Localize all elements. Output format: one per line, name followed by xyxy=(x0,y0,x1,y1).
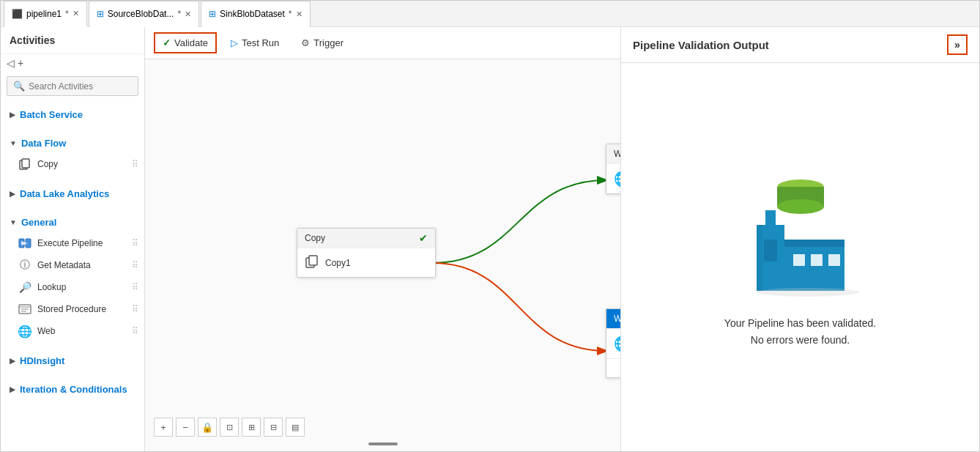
search-icon: 🔍 xyxy=(13,81,25,92)
arrow-down-icon-data-flow: ▼ xyxy=(10,139,17,147)
drag-handle-lookup[interactable]: ⠿ xyxy=(132,282,138,292)
copy1-sublabel: Copy1 xyxy=(325,258,351,268)
sidebar-item-general[interactable]: ▼ General xyxy=(1,212,144,232)
sidebar-item-data-flow[interactable]: ▼ Data Flow xyxy=(1,133,144,153)
sidebar-label-get-metadata: Get Metadata xyxy=(37,260,91,270)
pipeline-canvas[interactable]: Copy ✔ Copy1 Web xyxy=(145,59,620,451)
grid-button[interactable]: ⊟ xyxy=(264,418,283,437)
zoom-out-button[interactable]: − xyxy=(176,418,195,437)
lookup-icon: 🔎 xyxy=(18,281,31,294)
tab-modified-pipeline1: * xyxy=(65,9,69,19)
web-success-node[interactable]: Web ✔ 🌐 SendSuccessEmailActi... xyxy=(606,144,620,194)
svg-rect-17 xyxy=(811,254,823,266)
validate-button[interactable]: ✓ Validate xyxy=(154,32,217,53)
svg-rect-20 xyxy=(765,210,776,226)
collapse-icon[interactable]: ◁ xyxy=(7,57,15,69)
sidebar-item-data-lake-analytics[interactable]: ▶ Data Lake Analytics xyxy=(1,184,144,204)
web-failure-node[interactable]: Web ✔ 🌐 SendFailureEmailActiv... 🗑 ⧉ ➕⭕ xyxy=(606,308,620,378)
sidebar-item-execute-pipeline[interactable]: Execute Pipeline ⠿ xyxy=(1,232,144,254)
reset-view-button[interactable]: ⊞ xyxy=(242,418,261,437)
sidebar: Activities ◁ + 🔍 ▶ Batch Service ▼ xyxy=(1,27,145,451)
copy-activity-icon xyxy=(18,158,31,171)
tab-sourceblobdat[interactable]: ⊞ SourceBlobDat... * ✕ xyxy=(89,1,199,27)
tab-modified-sinkblobdataset: * xyxy=(289,9,292,19)
svg-rect-15 xyxy=(784,240,844,247)
validation-message-line1: Your Pipeline has been validated. xyxy=(724,315,876,331)
web-activity-icon: 🌐 xyxy=(18,325,31,338)
copy1-icon xyxy=(305,254,319,271)
sidebar-label-web: Web xyxy=(37,326,55,336)
add-icon[interactable]: + xyxy=(18,57,23,69)
sidebar-label-iteration-conditionals: Iteration & Conditionals xyxy=(20,384,127,395)
collapse-panel-button[interactable]: » xyxy=(947,34,968,55)
sidebar-item-copy[interactable]: Copy ⠿ xyxy=(1,153,144,175)
table-tab-icon-2: ⊞ xyxy=(209,9,216,19)
factory-svg xyxy=(735,166,866,298)
fit-view-button[interactable]: ⊡ xyxy=(220,418,239,437)
sidebar-label-data-flow: Data Flow xyxy=(21,138,66,149)
tab-close-sourceblobdat[interactable]: ✕ xyxy=(185,10,191,19)
arrow-right-icon: ▶ xyxy=(10,111,15,119)
minimap-button[interactable]: ▤ xyxy=(286,418,305,437)
trigger-label: Trigger xyxy=(313,37,344,48)
validation-panel-title: Pipeline Validation Output xyxy=(633,39,769,51)
drag-handle-copy[interactable]: ⠿ xyxy=(132,159,138,169)
trigger-icon: ⚙ xyxy=(301,37,310,48)
pipeline-toolbar: ✓ Validate ▷ Test Run ⚙ Trigger xyxy=(145,27,620,59)
sidebar-item-stored-procedure[interactable]: Stored Procedure ⠿ xyxy=(1,298,144,320)
validation-panel: Pipeline Validation Output » xyxy=(620,27,979,451)
sidebar-item-iteration-conditionals[interactable]: ▶ Iteration & Conditionals xyxy=(1,379,144,399)
drag-handle-getmeta[interactable]: ⠿ xyxy=(132,260,138,270)
svg-rect-1 xyxy=(22,159,29,168)
validation-panel-content: Your Pipeline has been validated. No err… xyxy=(621,63,979,451)
web-failure-actions: 🗑 ⧉ ➕⭕ xyxy=(606,358,620,377)
validate-label: Validate xyxy=(174,37,208,48)
sidebar-item-get-metadata[interactable]: ⓘ Get Metadata ⠿ xyxy=(1,254,144,276)
test-run-button[interactable]: ▷ Test Run xyxy=(223,33,287,53)
sidebar-item-web[interactable]: 🌐 Web ⠿ xyxy=(1,320,144,342)
arrow-down-icon-general: ▼ xyxy=(10,218,17,226)
tab-sinkblobdataset[interactable]: ⊞ SinkBlobDataset * ✕ xyxy=(201,1,310,27)
tab-label-sourceblobdat: SourceBlobDat... xyxy=(108,9,174,19)
web-failure-icon: 🌐 xyxy=(614,335,620,352)
drag-handle-stored[interactable]: ⠿ xyxy=(132,304,138,314)
tab-close-pipeline1[interactable]: ✕ xyxy=(73,9,79,18)
zoom-in-button[interactable]: + xyxy=(154,418,173,437)
web-success-body: 🌐 SendSuccessEmailActi... xyxy=(606,164,620,193)
search-box: 🔍 xyxy=(7,76,138,96)
copy1-node[interactable]: Copy ✔ Copy1 xyxy=(297,228,436,278)
sidebar-item-batch-service[interactable]: ▶ Batch Service xyxy=(1,105,144,125)
pipeline-tab-icon: ⬛ xyxy=(12,9,23,19)
lock-button[interactable]: 🔒 xyxy=(198,418,217,437)
collapse-chevron-icon: » xyxy=(954,39,960,51)
web-failure-body: 🌐 SendFailureEmailActiv... xyxy=(606,329,620,358)
copy1-status-icon: ✔ xyxy=(419,232,428,244)
tab-close-sinkblobdataset[interactable]: ✕ xyxy=(296,10,302,19)
copy1-header-label: Copy xyxy=(305,233,325,243)
sidebar-item-hd-insight[interactable]: ▶ HDInsight xyxy=(1,351,144,371)
web-success-icon: 🌐 xyxy=(614,170,620,188)
drag-handle-web[interactable]: ⠿ xyxy=(132,326,138,336)
sidebar-label-stored-procedure: Stored Procedure xyxy=(37,304,106,314)
trigger-button[interactable]: ⚙ Trigger xyxy=(293,33,352,53)
sidebar-label-general: General xyxy=(21,217,56,228)
search-input[interactable] xyxy=(29,81,132,92)
canvas-scrollbar[interactable] xyxy=(368,442,398,445)
conn-fail-line xyxy=(433,263,606,351)
test-run-label: Test Run xyxy=(242,37,279,48)
validate-check-icon: ✓ xyxy=(163,37,171,48)
svg-point-12 xyxy=(777,199,824,214)
copy1-body: Copy1 xyxy=(297,248,435,277)
svg-rect-21 xyxy=(757,225,762,291)
tab-pipeline1[interactable]: ⬛ pipeline1 * ✕ xyxy=(4,1,87,27)
sidebar-item-lookup[interactable]: 🔎 Lookup ⠿ xyxy=(1,276,144,298)
web-failure-header: Web ✔ xyxy=(606,309,620,329)
sidebar-label-data-lake-analytics: Data Lake Analytics xyxy=(20,188,109,199)
tabs-bar: ⬛ pipeline1 * ✕ ⊞ SourceBlobDat... * ✕ ⊞… xyxy=(1,1,979,27)
validation-message-line2: No errors were found. xyxy=(724,332,876,348)
drag-handle-execute[interactable]: ⠿ xyxy=(132,238,138,248)
web-success-header-label: Web xyxy=(614,149,620,159)
arrow-right-icon-ic: ▶ xyxy=(10,385,15,393)
sidebar-title: Activities xyxy=(1,27,144,54)
sidebar-label-copy: Copy xyxy=(37,159,58,169)
